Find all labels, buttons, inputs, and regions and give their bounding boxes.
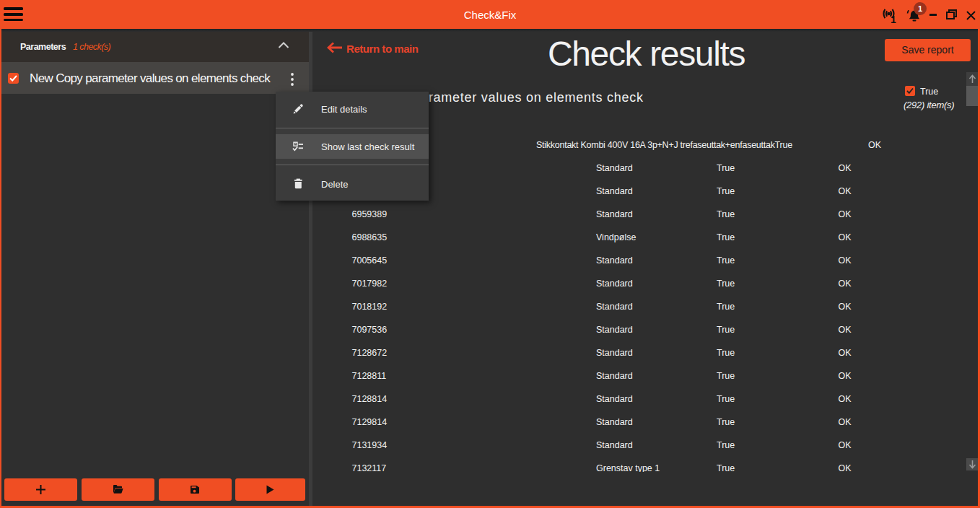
svg-text:1: 1 — [891, 14, 896, 24]
